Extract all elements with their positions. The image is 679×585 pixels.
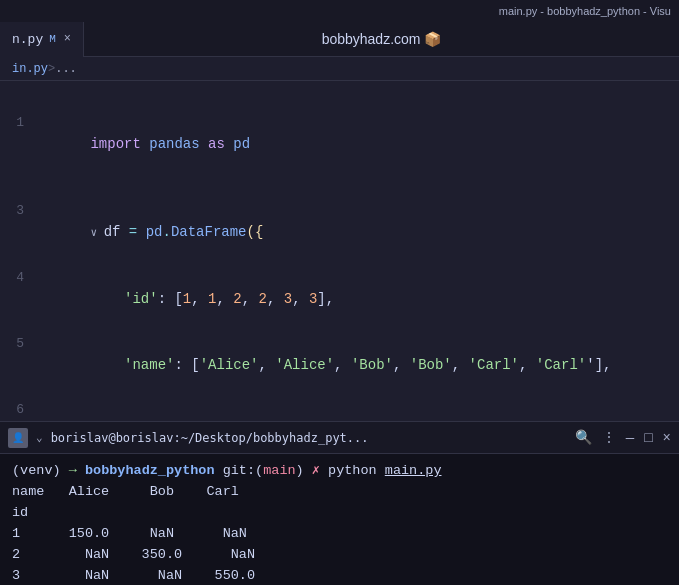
code-line-blank-1 xyxy=(0,89,679,111)
terminal-panel: 👤 ⌄ borislav@borislav:~/Desktop/bobbyhad… xyxy=(0,421,679,585)
breadcrumb: in.py > ... xyxy=(0,57,679,81)
tab-filename: n.py xyxy=(12,32,43,47)
venv-label-1: (venv) xyxy=(12,460,61,481)
terminal-avatar: 👤 xyxy=(8,428,28,448)
title-bar: main.py - bobbyhadz_python - Visu xyxy=(0,0,679,22)
terminal-icons: 🔍 ⋮ — □ × xyxy=(575,429,671,446)
terminal-chevron-icon[interactable]: ⌄ xyxy=(36,431,43,444)
terminal-more-icon[interactable]: ⋮ xyxy=(602,429,616,446)
terminal-tab-bar: 👤 ⌄ borislav@borislav:~/Desktop/bobbyhad… xyxy=(0,422,679,454)
window-title: main.py - bobbyhadz_python - Visu xyxy=(499,5,671,17)
main-py-link: main.py xyxy=(385,460,442,481)
output-row-1: 1 150.0 NaN NaN xyxy=(12,523,667,544)
output-row-2: 2 NaN 350.0 NaN xyxy=(12,544,667,565)
terminal-prompt-1: (venv) → bobbyhadz_python git:(main) ✗ p… xyxy=(12,460,667,481)
alias-pd: pd xyxy=(233,136,250,152)
kw-as: as xyxy=(200,136,234,152)
kw-import: import xyxy=(90,136,149,152)
username-1: bobbyhadz_python xyxy=(85,460,215,481)
code-line-4: 4 'id': [1, 1, 2, 2, 3, 3], xyxy=(0,266,679,332)
terminal-content: (venv) → bobbyhadz_python git:(main) ✗ p… xyxy=(0,454,679,585)
code-line-1: 1 import pandas as pd xyxy=(0,111,679,177)
code-editor: 1 import pandas as pd 3 ∨ df = pd.DataFr… xyxy=(0,81,679,421)
tab-modified: M xyxy=(49,33,56,45)
terminal-search-icon[interactable]: 🔍 xyxy=(575,429,592,446)
collapse-icon: ∨ xyxy=(90,227,103,239)
breadcrumb-separator: > xyxy=(48,62,55,76)
git-branch-1: main xyxy=(263,460,295,481)
editor-center-title: bobbyhadz.com 📦 xyxy=(84,31,679,47)
cross-1: ✗ xyxy=(312,460,320,481)
tab-close-button[interactable]: × xyxy=(64,32,71,46)
output-name-row: name Alice Bob Carl xyxy=(12,481,667,502)
mod-pandas: pandas xyxy=(149,136,199,152)
terminal-close-icon[interactable]: × xyxy=(663,430,671,446)
terminal-path: borislav@borislav:~/Desktop/bobbyhadz_py… xyxy=(51,431,567,445)
tab-bar: n.py M × bobbyhadz.com 📦 xyxy=(0,22,679,57)
output-row-3: 3 NaN NaN 550.0 xyxy=(12,565,667,585)
code-line-5: 5 'name': ['Alice', 'Alice', 'Bob', 'Bob… xyxy=(0,332,679,398)
terminal-maximize-icon[interactable]: □ xyxy=(644,430,652,446)
file-tab[interactable]: n.py M × xyxy=(0,22,84,57)
arrow-icon-1: → xyxy=(69,460,77,481)
terminal-minimize-icon[interactable]: — xyxy=(626,430,634,446)
code-line-blank-2 xyxy=(0,177,679,199)
breadcrumb-file: in.py xyxy=(12,62,48,76)
output-id-label: id xyxy=(12,502,667,523)
code-line-3: 3 ∨ df = pd.DataFrame({ xyxy=(0,199,679,266)
code-line-6: 6 'salary': [100, 200, 300, 400, 500, 60… xyxy=(0,398,679,421)
breadcrumb-dots: ... xyxy=(55,62,77,76)
git-label-1: git:( xyxy=(223,460,264,481)
